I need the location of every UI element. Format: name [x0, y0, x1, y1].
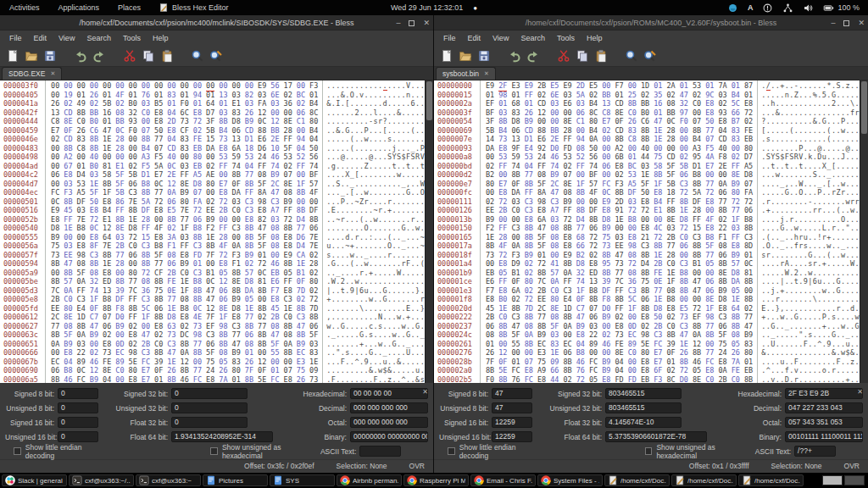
hex-byte[interactable]: 8B — [258, 304, 266, 313]
decode-field-u16[interactable]: 0 — [58, 431, 98, 442]
hex-byte[interactable]: FF — [525, 188, 533, 197]
hex-row[interactable]: 005359532446535256006B014475CD02954AF802… — [486, 152, 757, 162]
hex-byte[interactable]: 83 — [511, 108, 520, 118]
hex-byte[interactable]: 8B — [693, 322, 701, 331]
hex-byte[interactable]: D0 — [602, 304, 610, 313]
hex-byte[interactable]: 26 — [245, 358, 253, 367]
volume-icon[interactable] — [803, 3, 814, 14]
hex-byte[interactable]: C7 — [90, 313, 98, 322]
hex-byte[interactable]: 00 — [258, 295, 266, 304]
hex-byte[interactable]: EE — [206, 206, 214, 215]
hex-byte[interactable]: 28 — [115, 135, 124, 144]
hex-byte[interactable]: FF — [219, 224, 227, 233]
hex-byte[interactable]: 68 — [576, 233, 585, 242]
hex-byte[interactable]: 02 — [486, 197, 494, 207]
hex-byte[interactable]: 89 — [628, 340, 637, 349]
hex-byte[interactable]: 73 — [498, 135, 507, 144]
hex-byte[interactable]: F3 — [511, 251, 520, 260]
hex-byte[interactable]: 47 — [206, 295, 214, 304]
hex-byte[interactable]: 5C — [732, 99, 740, 108]
hex-byte[interactable]: 75 — [206, 358, 214, 367]
hex-byte[interactable]: C0 — [284, 313, 292, 322]
hex-byte[interactable]: E1 — [232, 99, 241, 108]
hex-byte[interactable]: 41 — [550, 259, 559, 269]
hex-byte[interactable]: 47 — [537, 224, 546, 233]
paste-button[interactable] — [592, 47, 610, 65]
hex-byte[interactable]: FF — [245, 188, 253, 197]
scrollbar-thumb[interactable] — [861, 81, 867, 134]
hex-byte[interactable]: 72 — [154, 197, 163, 207]
hex-byte[interactable]: 98 — [537, 197, 546, 207]
ascii-row[interactable]: ....X_[........w..... — [326, 170, 425, 180]
ascii-row[interactable]: .....W.2..w.......... — [761, 269, 860, 278]
hex-byte[interactable]: 07 — [705, 135, 714, 144]
titlebar[interactable]: /home/cxf/Documents/cxf/psion/mc400/mcli… — [0, 15, 433, 30]
hex-byte[interactable]: D8 — [51, 224, 59, 233]
hex-byte[interactable]: 01 — [498, 99, 507, 108]
hex-byte[interactable]: 02 — [602, 126, 610, 136]
hex-byte[interactable]: 5E — [641, 340, 649, 349]
hex-byte[interactable]: 72 — [680, 188, 688, 197]
hex-byte[interactable]: 5F — [511, 330, 520, 340]
hex-byte[interactable]: 46 — [602, 340, 610, 349]
hex-byte[interactable]: 00 — [284, 358, 292, 367]
hex-byte[interactable]: B9 — [563, 197, 571, 207]
hex-byte[interactable]: 8B — [732, 322, 740, 331]
hex-byte[interactable]: F3 — [309, 81, 318, 91]
hex-byte[interactable]: CF — [181, 126, 189, 136]
hex-row[interactable]: 068B47088B5F0AB90300E80D022BC0C38B77068B… — [486, 322, 757, 331]
ascii-row[interactable]: w..G.....c.s....w..G. — [326, 322, 425, 331]
hex-byte[interactable]: 72 — [563, 215, 571, 225]
hex-byte[interactable]: EF — [206, 322, 214, 331]
hex-byte[interactable]: FE — [103, 358, 111, 367]
hex-byte[interactable]: 8B — [654, 170, 662, 180]
hex-byte[interactable]: 06 — [103, 322, 111, 331]
hex-byte[interactable]: 7C — [51, 286, 59, 296]
hex-byte[interactable]: E8 — [284, 375, 292, 384]
hex-byte[interactable]: 77 — [705, 126, 714, 136]
hex-byte[interactable]: 24 — [258, 152, 266, 162]
hex-byte[interactable]: B4 — [589, 126, 598, 136]
hex-byte[interactable]: 0D — [628, 322, 637, 331]
hex-byte[interactable]: C3 — [525, 206, 533, 215]
hex-byte[interactable]: E4 — [77, 304, 86, 313]
hex-byte[interactable]: 74 — [309, 162, 318, 171]
hex-byte[interactable]: 00 — [563, 108, 571, 118]
hex-byte[interactable]: 15 — [142, 233, 150, 242]
hex-byte[interactable]: B9 — [232, 348, 241, 358]
hex-byte[interactable]: B9 — [51, 233, 59, 242]
hex-byte[interactable]: FC — [589, 366, 598, 375]
hex-byte[interactable]: 77 — [154, 188, 163, 197]
battery-indicator[interactable]: 100 % — [823, 3, 860, 14]
hex-byte[interactable]: 00 — [297, 170, 305, 180]
hex-row[interactable]: 7503E88F7E2BC0C3B8F1FFC38B4F0A8B5F08E8D4… — [51, 241, 322, 251]
new-button[interactable] — [437, 47, 456, 65]
hex-byte[interactable]: 28 — [219, 233, 227, 242]
hex-byte[interactable]: 8E — [115, 224, 124, 233]
hex-byte[interactable]: 01 — [154, 91, 163, 100]
hex-byte[interactable]: 00 — [270, 358, 279, 367]
hex-byte[interactable]: 0A — [589, 135, 598, 144]
hex-byte[interactable]: 24 — [206, 366, 214, 375]
hex-byte[interactable]: 8B — [284, 322, 292, 331]
workspace-1[interactable] — [822, 475, 843, 485]
hex-byte[interactable]: 02 — [309, 269, 318, 278]
hex-byte[interactable]: 8B — [511, 304, 520, 313]
hex-byte[interactable]: FE — [732, 366, 740, 375]
hex-byte[interactable]: B0 — [498, 295, 507, 304]
hex-byte[interactable]: E9 — [258, 81, 266, 91]
hex-byte[interactable]: 8B — [142, 251, 150, 260]
hex-byte[interactable]: DA — [486, 144, 494, 153]
hex-byte[interactable]: 00 — [142, 117, 150, 126]
hex-byte[interactable]: 8B — [103, 180, 111, 189]
hex-byte[interactable]: 0C — [258, 117, 266, 126]
hex-byte[interactable]: 09 — [309, 366, 318, 375]
hex-byte[interactable]: 00 — [90, 340, 98, 349]
hex-byte[interactable]: B8 — [193, 224, 202, 233]
hex-byte[interactable]: 1E — [309, 358, 318, 367]
hex-byte[interactable]: 5C — [628, 295, 637, 304]
hex-byte[interactable]: C0 — [680, 233, 688, 242]
hex-byte[interactable]: C3 — [193, 269, 202, 278]
hex-byte[interactable]: 12 — [693, 340, 701, 349]
hex-byte[interactable]: E8 — [602, 206, 610, 215]
